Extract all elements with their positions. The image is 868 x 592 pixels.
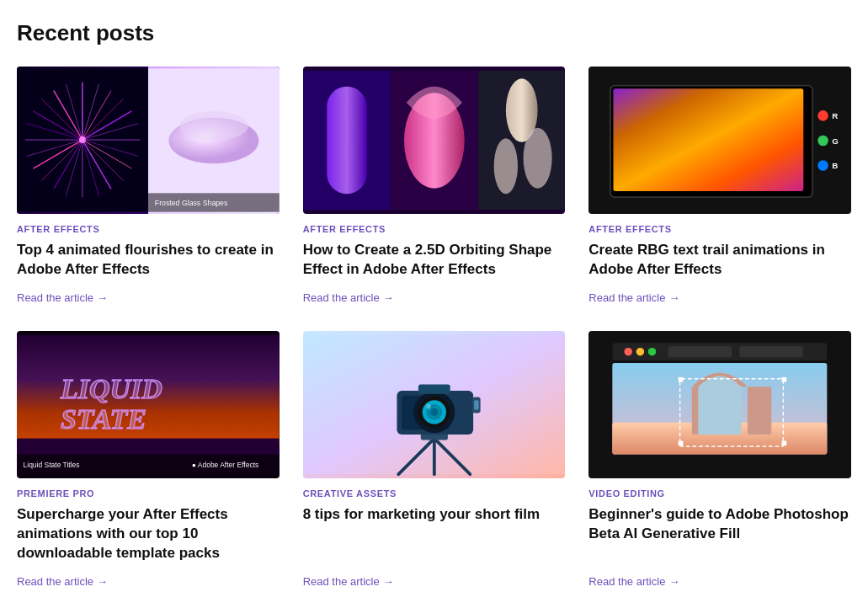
svg-text:● Adobe After Effects: ● Adobe After Effects <box>192 461 259 469</box>
card-2-title: How to Create a 2.5D Orbiting Shape Effe… <box>303 241 566 280</box>
posts-grid: Frosted Glass Shapes AFTER EFFECTS Top 4… <box>17 67 851 588</box>
svg-text:STATE: STATE <box>61 403 146 435</box>
card-2-category: AFTER EFFECTS <box>303 224 566 234</box>
card-3-title: Create RBG text trail animations in Adob… <box>588 241 851 280</box>
svg-point-44 <box>818 136 829 147</box>
svg-text:LIQUID: LIQUID <box>60 373 162 404</box>
card-4-category: PREMIERE PRO <box>17 488 280 499</box>
card-4-read-label: Read the article <box>17 575 93 588</box>
svg-point-79 <box>648 348 656 355</box>
svg-point-25 <box>79 136 86 143</box>
card-1-image-right: Frosted Glass Shapes <box>148 67 280 214</box>
card-3-read-link[interactable]: Read the article → <box>588 291 851 304</box>
card-3-category: AFTER EFFECTS <box>588 224 851 234</box>
svg-rect-80 <box>668 346 732 357</box>
svg-point-78 <box>636 348 644 355</box>
svg-point-77 <box>625 348 632 355</box>
svg-text:Frosted Glass Shapes: Frosted Glass Shapes <box>155 199 228 207</box>
svg-point-38 <box>493 138 517 194</box>
card-4-read-link[interactable]: Read the article → <box>17 575 280 588</box>
svg-rect-87 <box>679 377 684 382</box>
card-2-arrow: → <box>383 291 394 304</box>
svg-text:R: R <box>833 111 839 120</box>
svg-rect-72 <box>418 384 450 393</box>
card-5-read-link[interactable]: Read the article → <box>303 575 566 588</box>
card-1-read-link[interactable]: Read the article → <box>17 291 280 304</box>
svg-rect-81 <box>740 346 804 357</box>
post-card-2: AFTER EFFECTS How to Create a 2.5D Orbit… <box>303 67 566 304</box>
card-5-image <box>303 331 566 478</box>
post-card-1: Frosted Glass Shapes AFTER EFFECTS Top 4… <box>17 67 280 304</box>
card-5-arrow: → <box>383 575 394 588</box>
card-6-title: Beginner's guide to Adobe Photoshop Beta… <box>588 505 851 563</box>
card-1-image-left <box>17 67 148 214</box>
card-3-read-label: Read the article <box>588 291 665 304</box>
card-6-arrow: → <box>668 575 679 588</box>
card-5-title: 8 tips for marketing your short film <box>303 505 566 563</box>
svg-rect-35 <box>327 87 366 195</box>
svg-rect-90 <box>782 440 787 445</box>
svg-point-45 <box>818 160 829 171</box>
card-3-image: R G B <box>588 67 851 214</box>
card-1-read-label: Read the article <box>17 291 93 304</box>
svg-rect-42 <box>614 88 804 191</box>
post-card-3: R G B AFTER EFFECTS Create RBG text trai… <box>588 67 851 304</box>
svg-rect-89 <box>679 440 684 445</box>
card-2-read-label: Read the article <box>303 291 380 304</box>
svg-point-43 <box>818 110 829 121</box>
card-6-image <box>588 331 851 478</box>
svg-text:B: B <box>833 161 839 170</box>
svg-text:Liquid State Titles: Liquid State Titles <box>24 461 80 469</box>
card-5-read-label: Read the article <box>303 575 380 588</box>
post-card-5: CREATIVE ASSETS 8 tips for marketing you… <box>303 331 566 588</box>
svg-text:G: G <box>833 136 839 146</box>
card-4-image: LIQUID STATE LIQUID STATE Liquid State T… <box>17 331 280 478</box>
card-6-category: VIDEO EDITING <box>588 488 851 499</box>
svg-point-70 <box>430 408 438 416</box>
card-5-category: CREATIVE ASSETS <box>303 488 566 499</box>
svg-rect-85 <box>748 387 771 435</box>
card-1-arrow: → <box>97 291 108 304</box>
card-6-read-link[interactable]: Read the article → <box>588 575 851 588</box>
card-1-image: Frosted Glass Shapes <box>17 67 280 214</box>
card-1-title: Top 4 animated flourishes to create in A… <box>17 241 280 280</box>
svg-point-39 <box>523 128 551 189</box>
card-4-title: Supercharge your After Effects animation… <box>17 505 280 563</box>
svg-rect-74 <box>474 400 479 409</box>
card-4-arrow: → <box>97 575 108 588</box>
post-card-6: VIDEO EDITING Beginner's guide to Adobe … <box>588 331 851 588</box>
card-6-read-label: Read the article <box>588 575 665 588</box>
svg-point-28 <box>179 111 248 141</box>
svg-point-71 <box>426 404 431 409</box>
svg-rect-88 <box>782 377 787 382</box>
card-2-read-link[interactable]: Read the article → <box>303 291 566 304</box>
card-3-arrow: → <box>668 291 679 304</box>
card-1-category: AFTER EFFECTS <box>17 224 280 234</box>
page-title: Recent posts <box>17 20 851 46</box>
card-2-image <box>303 67 566 214</box>
post-card-4: LIQUID STATE LIQUID STATE Liquid State T… <box>17 331 280 588</box>
